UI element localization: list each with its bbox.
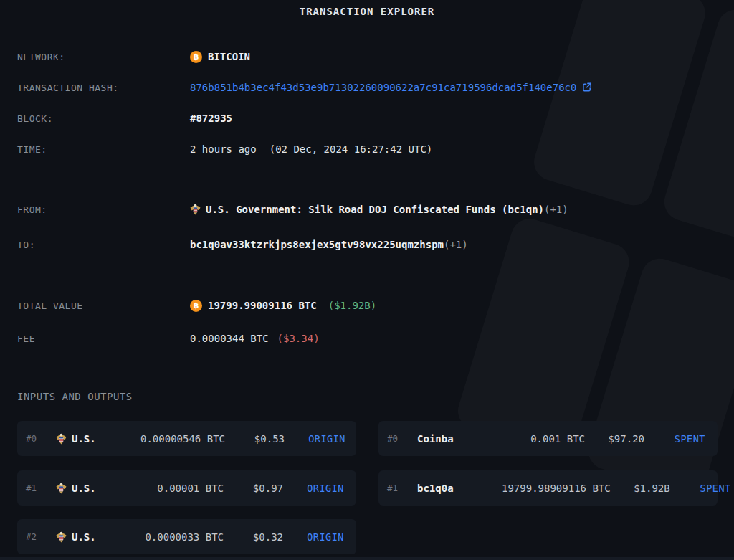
- input-entity-name[interactable]: U.S.: [72, 531, 96, 543]
- transaction-hash-row: TRANSACTION HASH: 876b851b4b3ec4f43d53e9…: [17, 81, 717, 94]
- from-entity-name[interactable]: U.S. Government: Silk Road DOJ Confiscat…: [206, 204, 544, 215]
- divider: [17, 176, 717, 176]
- fee-btc: 0.0000344 BTC: [190, 333, 269, 344]
- block-value: #872935: [190, 113, 232, 124]
- input-index: #0: [26, 433, 56, 444]
- watermark-shape: [530, 0, 710, 210]
- total-value-usd: ($1.92B): [328, 300, 376, 311]
- input-amount-usd: $0.97: [224, 483, 283, 494]
- fee-usd: ($3.34): [277, 333, 320, 344]
- total-value-label: TOTAL VALUE: [17, 300, 190, 311]
- inputs-outputs-heading: INPUTS AND OUTPUTS: [17, 391, 133, 402]
- output-entity-name[interactable]: bc1q0a: [417, 483, 454, 494]
- input-index: #1: [26, 483, 56, 493]
- from-row: FROM: U.S. Government: Silk Road DOJ Con…: [17, 203, 717, 216]
- bitcoin-icon: ฿: [190, 300, 202, 312]
- to-label: TO:: [17, 239, 190, 250]
- transaction-hash-link[interactable]: 876b851b4b3ec4f43d53e9b71302260090622a7c…: [190, 82, 592, 93]
- total-value-row: TOTAL VALUE ฿ 19799.99009116 BTC ($1.92B…: [17, 299, 717, 312]
- to-extra-count: (+1): [444, 239, 468, 250]
- to-row: TO: bc1q0av33ktzrkjps8exjex5gtv98vx225uq…: [17, 238, 717, 251]
- from-label: FROM:: [17, 204, 190, 215]
- transaction-hash-value[interactable]: 876b851b4b3ec4f43d53e9b71302260090622a7c…: [190, 82, 576, 93]
- output-amount-btc: 0.001 BTC: [502, 433, 585, 445]
- us-government-seal-icon: [56, 531, 67, 543]
- to-address[interactable]: bc1q0av33ktzrkjps8exjex5gtv98vx225uqmzhs…: [190, 239, 444, 250]
- network-value: BITCOIN: [208, 51, 250, 62]
- from-extra-count: (+1): [544, 204, 568, 215]
- output-amount-usd: $97.20: [585, 433, 644, 445]
- divider: [17, 366, 717, 366]
- input-amount-usd: $0.53: [225, 433, 285, 445]
- output-card[interactable]: #0 Coinba 0.001 BTC $97.20 SPENT: [378, 421, 718, 456]
- spent-link[interactable]: SPENT: [670, 483, 731, 494]
- us-government-seal-icon: [190, 204, 201, 215]
- input-index: #2: [26, 531, 56, 542]
- bitcoin-icon: ฿: [190, 51, 202, 63]
- inputs-outputs-section: INPUTS AND OUTPUTS: [17, 390, 717, 403]
- external-link-icon[interactable]: [582, 82, 592, 92]
- network-row: NETWORK: ฿ BITCOIN: [17, 50, 717, 63]
- block-row: BLOCK: #872935: [17, 112, 717, 125]
- time-row: TIME: 2 hours ago (02 Dec, 2024 16:27:42…: [17, 143, 717, 156]
- input-card[interactable]: #1 U.S. 0.00001 BTC $0.97 ORIGIN: [17, 470, 356, 506]
- output-card[interactable]: #1 bc1q0a 19799.98909116 BTC $1.92B SPEN…: [378, 470, 718, 506]
- time-relative: 2 hours ago: [190, 143, 257, 155]
- fee-row: FEE 0.0000344 BTC ($3.34): [17, 332, 717, 345]
- time-absolute: (02 Dec, 2024 16:27:42 UTC): [270, 143, 433, 155]
- input-amount-btc: 0.0000033 BTC: [140, 531, 224, 543]
- fee-label: FEE: [17, 333, 190, 344]
- network-label: NETWORK:: [17, 52, 190, 62]
- origin-link[interactable]: ORIGIN: [285, 433, 345, 445]
- input-amount-btc: 0.00000546 BTC: [140, 433, 225, 445]
- watermark-shape: [583, 254, 734, 498]
- input-entity-name[interactable]: U.S.: [72, 433, 96, 445]
- us-government-seal-icon: [56, 433, 67, 445]
- output-index: #1: [387, 483, 417, 493]
- input-card[interactable]: #0 U.S. 0.00000546 BTC $0.53 ORIGIN: [17, 421, 356, 456]
- origin-link[interactable]: ORIGIN: [283, 483, 344, 494]
- block-label: BLOCK:: [17, 113, 190, 124]
- output-entity-name[interactable]: Coinba: [417, 433, 454, 445]
- input-amount-btc: 0.00001 BTC: [140, 483, 224, 494]
- output-index: #0: [387, 433, 417, 444]
- input-entity-name[interactable]: U.S.: [72, 483, 96, 494]
- total-value-btc: 19799.99009116 BTC: [208, 300, 317, 311]
- origin-link[interactable]: ORIGIN: [283, 531, 344, 543]
- spent-link[interactable]: SPENT: [644, 433, 705, 445]
- us-government-seal-icon: [56, 483, 67, 494]
- transaction-hash-label: TRANSACTION HASH:: [17, 82, 190, 93]
- output-amount-usd: $1.92B: [611, 483, 670, 494]
- divider: [17, 275, 717, 275]
- time-label: TIME:: [17, 144, 190, 155]
- input-card[interactable]: #2 U.S. 0.0000033 BTC $0.32 ORIGIN: [17, 519, 356, 554]
- page-title: TRANSACTION EXPLORER: [0, 6, 734, 17]
- next-row-edge: [0, 557, 734, 560]
- input-amount-usd: $0.32: [224, 531, 283, 543]
- output-amount-btc: 19799.98909116 BTC: [502, 483, 611, 494]
